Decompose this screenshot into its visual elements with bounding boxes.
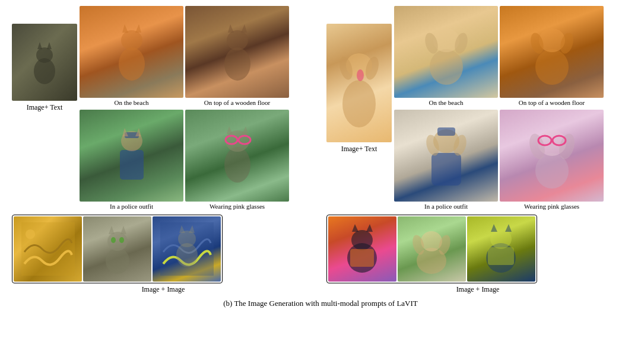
- cat-police-image: [80, 110, 183, 202]
- cat-bottom-label: Image + Image: [12, 285, 315, 294]
- cat-beach-label: On the beach: [80, 99, 183, 106]
- svg-point-5: [121, 30, 142, 50]
- dog-wooden-label: On top of a wooden floor: [500, 99, 604, 106]
- cat-panel: Image+ Text: [12, 6, 315, 294]
- dog-wooden-image: [500, 6, 604, 98]
- dog-gen-labels-1: On the beach On top of a wooden floor: [394, 99, 604, 106]
- dog-gen-imgs-2: [394, 110, 604, 202]
- cat-gen-row-1: On the beach On top of a wooden floor: [80, 6, 289, 106]
- svg-point-8: [224, 47, 250, 81]
- svg-point-72: [490, 229, 512, 249]
- svg-point-1: [36, 47, 53, 63]
- cat-beach-image: [80, 6, 183, 98]
- cat-wooden-image: [185, 6, 289, 98]
- svg-point-17: [224, 147, 250, 183]
- cat-bracket-imgs: [12, 215, 223, 283]
- dog-panel: Image+ Text: [326, 6, 629, 294]
- dog-robot-image: [328, 216, 396, 282]
- svg-marker-29: [120, 226, 126, 234]
- svg-rect-52: [437, 127, 455, 136]
- svg-marker-66: [366, 224, 373, 232]
- svg-point-30: [111, 237, 116, 243]
- svg-point-34: [178, 231, 196, 247]
- cat-gen-labels-2: In a police outfit Wearing pink glasses: [80, 203, 289, 210]
- svg-marker-7: [135, 24, 141, 33]
- dog-gen-grid: On the beach On top of a wooden floor: [394, 6, 604, 210]
- svg-marker-19: [227, 126, 233, 134]
- cat-vangogh-output: [153, 216, 221, 282]
- svg-point-31: [119, 237, 124, 243]
- svg-rect-64: [350, 249, 374, 267]
- svg-marker-28: [109, 226, 115, 234]
- cat-gen-grid: On the beach On top of a wooden floor: [80, 6, 289, 210]
- cat-ref-label: Image+ Text: [27, 103, 63, 112]
- dog-ref-label: Image+ Text: [341, 145, 377, 154]
- svg-marker-65: [352, 224, 358, 232]
- cat-wooden-label: On top of a wooden floor: [185, 99, 289, 106]
- svg-rect-12: [120, 150, 144, 180]
- dog-armor-image: [467, 216, 535, 282]
- dog-glasses-label: Wearing pink glasses: [500, 203, 604, 210]
- cat-reference-col: Image+ Text: [12, 6, 77, 112]
- cat-glasses-image: [185, 110, 289, 202]
- dog-gen-imgs-1: [394, 6, 604, 98]
- svg-point-42: [430, 49, 463, 85]
- cat-reference-image: [12, 24, 77, 101]
- svg-point-27: [107, 232, 128, 251]
- svg-marker-3: [47, 42, 52, 49]
- svg-marker-74: [491, 224, 497, 232]
- svg-point-25: [26, 229, 35, 239]
- cat-top-section: Image+ Text: [12, 6, 315, 210]
- svg-point-4: [119, 47, 145, 81]
- svg-marker-11: [241, 24, 247, 33]
- dog-gen-row-2: In a police outfit Wearing pink glasses: [394, 110, 604, 210]
- svg-marker-10: [228, 24, 234, 33]
- cat-police-label: In a police outfit: [80, 203, 183, 210]
- dog-bottom-section: Image + Image: [326, 215, 629, 294]
- panels-row: Image+ Text: [9, 6, 632, 294]
- dog-beach-image: [394, 6, 498, 98]
- main-caption: (b) The Image Generation with multi-moda…: [9, 299, 632, 308]
- svg-point-46: [535, 49, 569, 85]
- cat-glasses-label: Wearing pink glasses: [185, 203, 289, 210]
- svg-rect-50: [431, 153, 461, 186]
- dog-police-label: In a police outfit: [394, 203, 498, 210]
- dog-bracket-imgs: [326, 215, 537, 283]
- dog-police-image: [394, 110, 498, 202]
- cat-gen-labels-1: On the beach On top of a wooden floor: [80, 99, 289, 106]
- svg-point-41: [357, 69, 364, 81]
- cat-vangogh-input: [14, 216, 82, 282]
- svg-point-37: [342, 80, 376, 127]
- svg-point-63: [351, 230, 373, 250]
- dog-bottom-label: Image + Image: [326, 285, 629, 294]
- svg-marker-20: [242, 126, 248, 134]
- dog-reference-col: Image+ Text: [326, 6, 392, 154]
- svg-rect-73: [488, 247, 514, 265]
- svg-marker-6: [122, 24, 128, 33]
- svg-point-9: [227, 30, 248, 50]
- dog-top-section: Image+ Text: [326, 6, 629, 210]
- cat-gen-row-2: In a police outfit Wearing pink glasses: [80, 110, 289, 210]
- dog-gen-labels-2: In a police outfit Wearing pink glasses: [394, 203, 604, 210]
- svg-marker-2: [37, 42, 42, 49]
- cat-tabby-input: [83, 216, 151, 282]
- cat-gen-imgs-2: [80, 110, 289, 202]
- svg-point-26: [106, 248, 129, 274]
- main-container: Image+ Text: [0, 0, 641, 311]
- cat-bottom-section: Image + Image: [12, 215, 315, 294]
- dog-street-image: [398, 216, 466, 282]
- dog-glasses-image: [500, 110, 604, 202]
- dog-gen-row-1: On the beach On top of a wooden floor: [394, 6, 604, 106]
- cat-gen-imgs-1: [80, 6, 289, 98]
- dog-reference-image: [326, 24, 392, 142]
- svg-marker-75: [505, 224, 512, 232]
- dog-beach-label: On the beach: [394, 99, 498, 106]
